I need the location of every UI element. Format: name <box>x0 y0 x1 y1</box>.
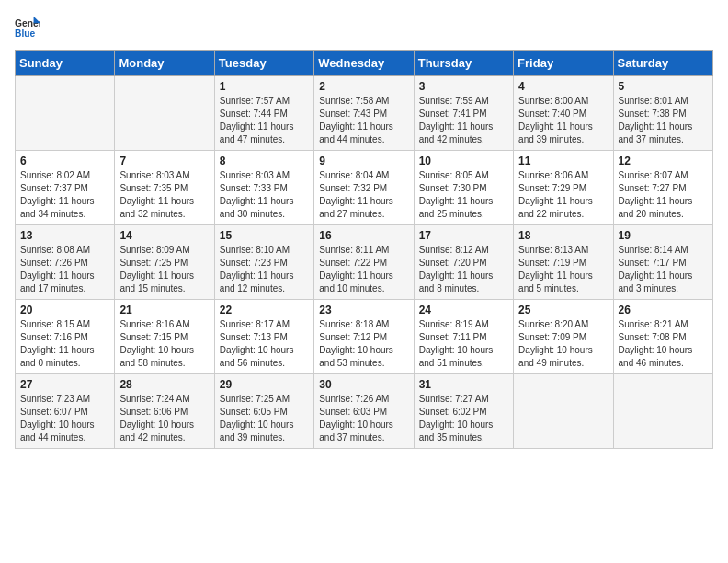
cell-content: Sunrise: 7:57 AM Sunset: 7:44 PM Dayligh… <box>220 95 309 146</box>
calendar-cell: 27Sunrise: 7:23 AM Sunset: 6:07 PM Dayli… <box>16 374 115 449</box>
cell-content: Sunrise: 8:04 AM Sunset: 7:32 PM Dayligh… <box>319 169 408 221</box>
calendar-body: 1Sunrise: 7:57 AM Sunset: 7:44 PM Daylig… <box>16 76 713 449</box>
day-number: 3 <box>419 80 508 93</box>
calendar-cell <box>16 76 115 151</box>
logo: General Blue <box>15 15 40 40</box>
calendar-week-row: 1Sunrise: 7:57 AM Sunset: 7:44 PM Daylig… <box>16 76 713 151</box>
cell-content: Sunrise: 8:13 AM Sunset: 7:19 PM Dayligh… <box>518 244 608 295</box>
day-number: 10 <box>419 155 508 167</box>
weekday-header: Thursday <box>414 51 513 76</box>
calendar-cell: 13Sunrise: 8:08 AM Sunset: 7:26 PM Dayli… <box>16 225 115 300</box>
day-number: 27 <box>20 378 109 391</box>
cell-content: Sunrise: 8:08 AM Sunset: 7:26 PM Dayligh… <box>20 244 109 295</box>
calendar-cell: 25Sunrise: 8:20 AM Sunset: 7:09 PM Dayli… <box>514 300 613 374</box>
day-number: 15 <box>220 229 309 242</box>
calendar-cell <box>115 76 214 151</box>
calendar-week-row: 13Sunrise: 8:08 AM Sunset: 7:26 PM Dayli… <box>16 225 713 300</box>
day-number: 14 <box>119 229 209 242</box>
cell-content: Sunrise: 8:15 AM Sunset: 7:16 PM Dayligh… <box>20 318 109 370</box>
day-number: 8 <box>220 155 309 167</box>
day-number: 9 <box>319 155 408 167</box>
cell-content: Sunrise: 8:02 AM Sunset: 7:37 PM Dayligh… <box>20 169 109 221</box>
day-number: 22 <box>220 304 309 316</box>
cell-content: Sunrise: 8:09 AM Sunset: 7:25 PM Dayligh… <box>119 244 209 295</box>
calendar-cell: 5Sunrise: 8:01 AM Sunset: 7:38 PM Daylig… <box>613 76 712 151</box>
cell-content: Sunrise: 8:11 AM Sunset: 7:22 PM Dayligh… <box>319 244 408 295</box>
day-number: 28 <box>119 378 209 391</box>
day-number: 19 <box>619 229 708 242</box>
calendar-cell: 1Sunrise: 7:57 AM Sunset: 7:44 PM Daylig… <box>214 76 313 151</box>
weekday-header: Monday <box>115 51 214 76</box>
calendar-cell: 2Sunrise: 7:58 AM Sunset: 7:43 PM Daylig… <box>314 76 414 151</box>
weekday-header: Wednesday <box>314 51 414 76</box>
day-number: 23 <box>319 304 408 316</box>
calendar-cell <box>613 374 712 449</box>
calendar-cell: 30Sunrise: 7:26 AM Sunset: 6:03 PM Dayli… <box>314 374 414 449</box>
cell-content: Sunrise: 7:23 AM Sunset: 6:07 PM Dayligh… <box>20 393 109 444</box>
calendar-cell: 24Sunrise: 8:19 AM Sunset: 7:11 PM Dayli… <box>414 300 513 374</box>
cell-content: Sunrise: 7:24 AM Sunset: 6:06 PM Dayligh… <box>119 393 209 444</box>
weekday-row: SundayMondayTuesdayWednesdayThursdayFrid… <box>16 51 713 76</box>
calendar-cell: 23Sunrise: 8:18 AM Sunset: 7:12 PM Dayli… <box>314 300 414 374</box>
cell-content: Sunrise: 8:06 AM Sunset: 7:29 PM Dayligh… <box>518 169 608 221</box>
calendar-week-row: 27Sunrise: 7:23 AM Sunset: 6:07 PM Dayli… <box>16 374 713 449</box>
day-number: 26 <box>619 304 708 316</box>
calendar-cell: 6Sunrise: 8:02 AM Sunset: 7:37 PM Daylig… <box>16 151 115 225</box>
calendar-cell: 26Sunrise: 8:21 AM Sunset: 7:08 PM Dayli… <box>613 300 712 374</box>
calendar-table: SundayMondayTuesdayWednesdayThursdayFrid… <box>15 50 713 449</box>
cell-content: Sunrise: 8:05 AM Sunset: 7:30 PM Dayligh… <box>419 169 508 221</box>
day-number: 12 <box>619 155 708 167</box>
day-number: 29 <box>220 378 309 391</box>
day-number: 20 <box>20 304 109 316</box>
calendar-cell: 9Sunrise: 8:04 AM Sunset: 7:32 PM Daylig… <box>314 151 414 225</box>
calendar-cell: 4Sunrise: 8:00 AM Sunset: 7:40 PM Daylig… <box>514 76 613 151</box>
day-number: 31 <box>419 378 508 391</box>
calendar-cell <box>514 374 613 449</box>
weekday-header: Sunday <box>16 51 115 76</box>
day-number: 17 <box>419 229 508 242</box>
calendar-cell: 7Sunrise: 8:03 AM Sunset: 7:35 PM Daylig… <box>115 151 214 225</box>
cell-content: Sunrise: 8:07 AM Sunset: 7:27 PM Dayligh… <box>619 169 708 221</box>
weekday-header: Friday <box>514 51 613 76</box>
calendar-week-row: 20Sunrise: 8:15 AM Sunset: 7:16 PM Dayli… <box>16 300 713 374</box>
day-number: 13 <box>20 229 109 242</box>
day-number: 4 <box>518 80 608 93</box>
day-number: 1 <box>220 80 309 93</box>
cell-content: Sunrise: 8:03 AM Sunset: 7:35 PM Dayligh… <box>119 169 209 221</box>
cell-content: Sunrise: 8:01 AM Sunset: 7:38 PM Dayligh… <box>619 95 708 146</box>
cell-content: Sunrise: 8:00 AM Sunset: 7:40 PM Dayligh… <box>518 95 608 146</box>
cell-content: Sunrise: 8:16 AM Sunset: 7:15 PM Dayligh… <box>119 318 209 370</box>
calendar-cell: 21Sunrise: 8:16 AM Sunset: 7:15 PM Dayli… <box>115 300 214 374</box>
calendar-cell: 15Sunrise: 8:10 AM Sunset: 7:23 PM Dayli… <box>214 225 313 300</box>
day-number: 21 <box>119 304 209 316</box>
weekday-header: Tuesday <box>214 51 313 76</box>
logo-icon: General Blue <box>15 15 40 40</box>
cell-content: Sunrise: 8:20 AM Sunset: 7:09 PM Dayligh… <box>518 318 608 370</box>
calendar-cell: 18Sunrise: 8:13 AM Sunset: 7:19 PM Dayli… <box>514 225 613 300</box>
day-number: 2 <box>319 80 408 93</box>
calendar-cell: 19Sunrise: 8:14 AM Sunset: 7:17 PM Dayli… <box>613 225 712 300</box>
calendar-cell: 10Sunrise: 8:05 AM Sunset: 7:30 PM Dayli… <box>414 151 513 225</box>
day-number: 5 <box>619 80 708 93</box>
calendar-week-row: 6Sunrise: 8:02 AM Sunset: 7:37 PM Daylig… <box>16 151 713 225</box>
day-number: 30 <box>319 378 408 391</box>
day-number: 7 <box>119 155 209 167</box>
cell-content: Sunrise: 8:12 AM Sunset: 7:20 PM Dayligh… <box>419 244 508 295</box>
cell-content: Sunrise: 7:26 AM Sunset: 6:03 PM Dayligh… <box>319 393 408 444</box>
cell-content: Sunrise: 7:27 AM Sunset: 6:02 PM Dayligh… <box>419 393 508 444</box>
calendar-cell: 16Sunrise: 8:11 AM Sunset: 7:22 PM Dayli… <box>314 225 414 300</box>
cell-content: Sunrise: 7:58 AM Sunset: 7:43 PM Dayligh… <box>319 95 408 146</box>
cell-content: Sunrise: 8:14 AM Sunset: 7:17 PM Dayligh… <box>619 244 708 295</box>
day-number: 24 <box>419 304 508 316</box>
calendar-cell: 28Sunrise: 7:24 AM Sunset: 6:06 PM Dayli… <box>115 374 214 449</box>
weekday-header: Saturday <box>613 51 712 76</box>
day-number: 16 <box>319 229 408 242</box>
calendar-cell: 14Sunrise: 8:09 AM Sunset: 7:25 PM Dayli… <box>115 225 214 300</box>
calendar-header: SundayMondayTuesdayWednesdayThursdayFrid… <box>16 51 713 76</box>
calendar-cell: 12Sunrise: 8:07 AM Sunset: 7:27 PM Dayli… <box>613 151 712 225</box>
cell-content: Sunrise: 8:03 AM Sunset: 7:33 PM Dayligh… <box>220 169 309 221</box>
calendar-cell: 20Sunrise: 8:15 AM Sunset: 7:16 PM Dayli… <box>16 300 115 374</box>
day-number: 6 <box>20 155 109 167</box>
calendar-cell: 17Sunrise: 8:12 AM Sunset: 7:20 PM Dayli… <box>414 225 513 300</box>
svg-text:Blue: Blue <box>15 29 36 39</box>
